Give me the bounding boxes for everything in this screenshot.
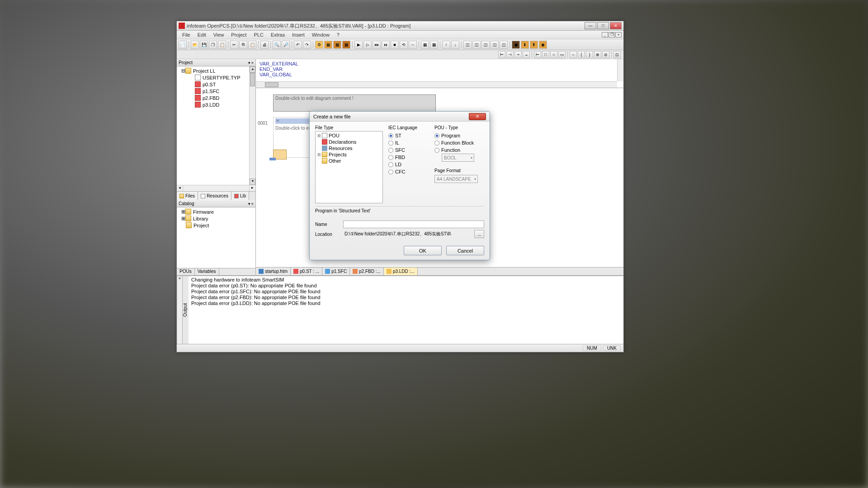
tool1-icon[interactable]: ◫ bbox=[463, 41, 472, 49]
zoomin-icon[interactable]: 🔍 bbox=[273, 41, 281, 49]
redo-icon[interactable]: ↷ bbox=[303, 41, 311, 49]
mdi-minimize-button[interactable]: _ bbox=[602, 32, 608, 38]
tool5-icon[interactable]: ◫ bbox=[500, 41, 508, 49]
ld-tool7-icon[interactable]: ○ bbox=[550, 51, 557, 58]
mdi-restore-button[interactable]: ❐ bbox=[609, 32, 615, 38]
zoomout-icon[interactable]: 🔎 bbox=[282, 41, 290, 49]
ok-button[interactable]: OK bbox=[404, 246, 442, 255]
ld-tool14-icon[interactable]: ⊡ bbox=[613, 51, 621, 58]
radio-st[interactable]: ST bbox=[388, 132, 429, 139]
ld-tool11-icon[interactable]: ) bbox=[586, 51, 593, 58]
catalog-panel-pin-icon[interactable]: ▾ bbox=[248, 202, 250, 206]
stop-icon[interactable]: ■ bbox=[391, 41, 399, 49]
project-tree[interactable]: ⊟Project LL USERTYPE.TYP p0.ST p1.SFC p2… bbox=[177, 66, 255, 185]
rebuild-icon[interactable]: ▦ bbox=[333, 41, 341, 49]
buildall-icon[interactable]: ▦ bbox=[342, 41, 350, 49]
tool4-icon[interactable]: ◫ bbox=[491, 41, 499, 49]
tab-variables[interactable]: Variables bbox=[195, 268, 219, 275]
tool3-icon[interactable]: ◫ bbox=[481, 41, 490, 49]
menu-project[interactable]: Project bbox=[227, 31, 250, 38]
dialog-titlebar[interactable]: Create a new file ✕ bbox=[310, 112, 490, 122]
location-input[interactable] bbox=[343, 230, 471, 238]
output-text[interactable]: Changing hardware to infoteam SmartSIM P… bbox=[189, 276, 623, 344]
filetype-tree[interactable]: ⊞POU Declarations Resources ⊞Projects Ot… bbox=[315, 131, 383, 203]
close-button[interactable]: ✕ bbox=[610, 22, 622, 29]
run-icon[interactable]: ▶ bbox=[354, 41, 363, 49]
online-icon[interactable]: ◼ bbox=[512, 41, 520, 49]
catalog-firmware[interactable]: ⊞Firmware bbox=[178, 208, 255, 215]
tab-files[interactable]: Files bbox=[177, 192, 198, 200]
ladder-pin[interactable] bbox=[269, 158, 276, 160]
cut-icon[interactable]: ✂ bbox=[230, 41, 238, 49]
undo-icon[interactable]: ↶ bbox=[294, 41, 302, 49]
diagram-comment[interactable]: Double-click to edit diagram comment ! bbox=[273, 94, 436, 112]
project-root[interactable]: ⊟Project LL bbox=[178, 67, 255, 74]
radio-functionblock[interactable]: Function Block bbox=[434, 139, 484, 146]
project-panel-close-icon[interactable]: × bbox=[251, 61, 254, 65]
filetype-declarations[interactable]: Declarations bbox=[316, 139, 382, 145]
menu-extras[interactable]: Extras bbox=[267, 31, 288, 38]
ld-tool9-icon[interactable]: ↔ bbox=[570, 51, 577, 58]
filetype-projects[interactable]: ⊞Projects bbox=[316, 151, 382, 158]
save-icon[interactable]: 💾 bbox=[200, 41, 208, 49]
down-icon[interactable]: ↓ bbox=[451, 41, 459, 49]
step-icon[interactable]: ▷ bbox=[363, 41, 372, 49]
ld-tool3-icon[interactable]: ⫟ bbox=[514, 51, 522, 58]
radio-function[interactable]: Function bbox=[434, 146, 484, 154]
dialog-close-button[interactable]: ✕ bbox=[469, 113, 486, 120]
project-file-usertype[interactable]: USERTYPE.TYP bbox=[178, 74, 255, 81]
catalog-library[interactable]: ⊞Library bbox=[178, 215, 255, 222]
copy2-icon[interactable]: ⧉ bbox=[239, 41, 247, 49]
ld-tool10-icon[interactable]: ( bbox=[578, 51, 585, 58]
editor-tab-p3[interactable]: p3.LDD :... bbox=[384, 267, 418, 275]
output-close-icon[interactable]: × bbox=[177, 276, 182, 344]
var-declaration-area[interactable]: VAR_EXTERNAL END_VAR VAR_GLOBAL bbox=[256, 59, 623, 88]
browse-button[interactable]: ... bbox=[474, 230, 484, 238]
ld-tool13-icon[interactable]: ⊘ bbox=[602, 51, 609, 58]
ld-tool4-icon[interactable]: ⫠ bbox=[523, 51, 530, 58]
print-icon[interactable]: 🖨 bbox=[260, 41, 269, 49]
menu-plc[interactable]: PLC bbox=[250, 31, 267, 38]
titlebar[interactable]: infoteam OpenPCS [D:\①New folder\2020年\7… bbox=[177, 21, 623, 31]
editor-tab-p0[interactable]: p0.ST : ... bbox=[291, 267, 322, 275]
editor-tab-p1[interactable]: p1.SFC bbox=[322, 267, 350, 275]
row-comment[interactable]: Double-click to ed bbox=[275, 126, 311, 131]
stepout-icon[interactable]: ⏯ bbox=[382, 41, 390, 49]
copy-icon[interactable]: 📋 bbox=[218, 41, 226, 49]
name-input[interactable] bbox=[343, 221, 484, 228]
grid2-icon[interactable]: ▦ bbox=[430, 41, 438, 49]
ld-tool12-icon[interactable]: ⊗ bbox=[594, 51, 601, 58]
editor-tab-p2[interactable]: p2.FBD :... bbox=[350, 267, 384, 275]
new-icon[interactable]: 📄 bbox=[179, 41, 187, 49]
grid1-icon[interactable]: ▦ bbox=[421, 41, 429, 49]
project-file-p2[interactable]: p2.FBD bbox=[178, 94, 255, 101]
stepover-icon[interactable]: ⏭ bbox=[373, 41, 381, 49]
project-file-p0[interactable]: p0.ST bbox=[178, 81, 255, 88]
open-icon[interactable]: 📂 bbox=[191, 41, 199, 49]
editor-tab-startup[interactable]: startup.htm bbox=[256, 267, 291, 275]
catalog-project[interactable]: Project bbox=[178, 222, 255, 229]
tab-resources[interactable]: Resources bbox=[198, 192, 231, 200]
radio-program[interactable]: Program bbox=[434, 132, 484, 139]
project-tree-scrollbar[interactable]: ▴▾ bbox=[249, 66, 255, 185]
ld-tool1-icon[interactable]: ⊢ bbox=[498, 51, 505, 58]
ld-tool8-icon[interactable]: ▭ bbox=[558, 51, 566, 58]
reset-icon[interactable]: ⟲ bbox=[400, 41, 408, 49]
radio-cfc[interactable]: CFC bbox=[388, 168, 429, 175]
menu-edit[interactable]: Edit bbox=[194, 31, 210, 38]
code-scrollbar-h[interactable] bbox=[256, 81, 617, 88]
filetype-resources[interactable]: Resources bbox=[316, 145, 382, 151]
ld-tool2-icon[interactable]: ⊣ bbox=[506, 51, 514, 58]
build-icon[interactable]: ▦ bbox=[324, 41, 332, 49]
ld-tool6-icon[interactable]: □ bbox=[542, 51, 549, 58]
radio-il[interactable]: IL bbox=[388, 139, 429, 146]
download-icon[interactable]: ⬇ bbox=[521, 41, 529, 49]
menu-window[interactable]: Window bbox=[308, 31, 333, 38]
filetype-other[interactable]: Other bbox=[316, 158, 382, 164]
radio-sfc[interactable]: SFC bbox=[388, 146, 429, 154]
menu-insert[interactable]: Insert bbox=[288, 31, 308, 38]
catalog-tree[interactable]: ⊞Firmware ⊞Library Project bbox=[177, 207, 255, 268]
ld-tool5-icon[interactable]: ⊢ bbox=[534, 51, 541, 58]
project-file-p1[interactable]: p1.SFC bbox=[178, 88, 255, 94]
swap-icon[interactable]: ↔ bbox=[409, 41, 417, 49]
